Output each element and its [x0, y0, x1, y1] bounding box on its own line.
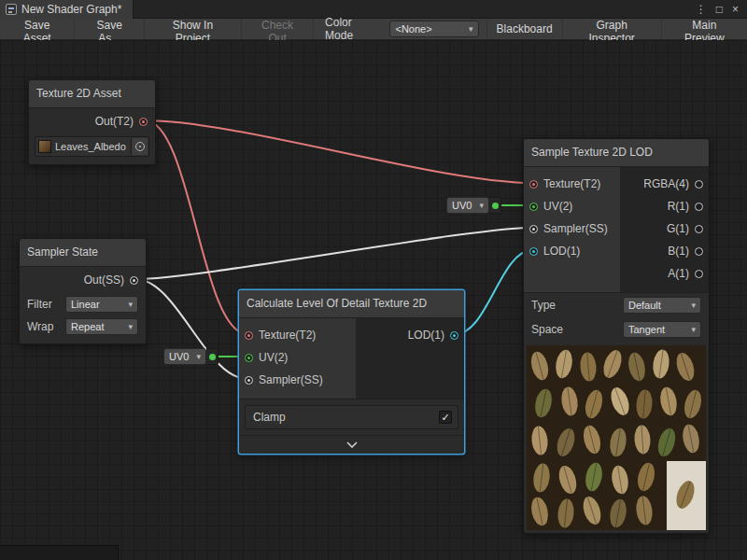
output-port-out-t2[interactable]: [139, 118, 148, 126]
node-calculate-lod-texture-2d[interactable]: Calculate Level Of Detail Texture 2D Tex…: [238, 289, 465, 455]
port-row: G(1): [620, 217, 709, 240]
wrap-row: Wrap Repeat ▾: [20, 315, 146, 338]
graph-inspector-toggle[interactable]: Graph Inspector: [562, 19, 661, 39]
input-port-sampler[interactable]: [245, 376, 253, 385]
clamp-label: Clamp: [253, 411, 286, 424]
port-row: R(1): [620, 195, 709, 217]
type-value: Default: [628, 300, 661, 311]
wrap-dropdown[interactable]: Repeat ▾: [65, 318, 138, 335]
port-label: Out(SS): [84, 273, 124, 287]
input-port-sampler[interactable]: [529, 225, 538, 233]
uv-port-dot-icon: [209, 354, 216, 360]
port-label: A(1): [668, 267, 689, 280]
port-row: UV(2): [524, 195, 620, 217]
port-row: Out(SS): [20, 267, 146, 293]
color-mode-dropdown[interactable]: <None> ▾: [389, 21, 478, 37]
uv-slot-dropdown-calc[interactable]: UV0 ▾: [163, 348, 218, 365]
port-label: Out(T2): [95, 115, 134, 128]
chevron-down-icon: ▾: [691, 325, 696, 334]
graph-canvas[interactable]: Texture 2D Asset Out(T2) Leaves_Albedo S…: [0, 40, 747, 560]
output-ports: LOD(1): [356, 318, 464, 399]
input-port-lod[interactable]: [529, 247, 538, 256]
node-title[interactable]: Calculate Level Of Detail Texture 2D: [239, 290, 464, 318]
chevron-down-icon: ▾: [469, 24, 473, 34]
filter-row: Filter Linear ▾: [20, 293, 146, 315]
port-label: G(1): [667, 222, 689, 235]
uv-slot-field[interactable]: UV0 ▾: [163, 348, 206, 365]
type-dropdown[interactable]: Default ▾: [623, 297, 701, 314]
output-port-b[interactable]: [695, 247, 703, 256]
edge-sampler-to-sample-lod[interactable]: [135, 228, 532, 279]
node-sampler-state[interactable]: Sampler State Out(SS) Filter Linear ▾ Wr…: [19, 238, 147, 344]
input-port-uv[interactable]: [245, 354, 253, 362]
node-title[interactable]: Sample Texture 2D LOD: [524, 139, 709, 167]
port-row: LOD(1): [524, 240, 620, 262]
shader-graph-icon: [6, 4, 17, 15]
port-row: UV(2): [239, 346, 356, 369]
port-label: Texture(T2): [543, 177, 600, 190]
port-label: LOD(1): [543, 245, 580, 258]
port-label: UV(2): [259, 351, 288, 364]
clamp-field: Clamp ✓: [245, 405, 458, 429]
output-port-out-ss[interactable]: [130, 276, 138, 285]
output-port-lod[interactable]: [450, 331, 458, 340]
output-port-g[interactable]: [695, 225, 703, 233]
filter-dropdown[interactable]: Linear ▾: [65, 296, 138, 313]
input-port-texture[interactable]: [529, 180, 538, 189]
chevron-down-icon: ▾: [128, 322, 133, 331]
space-dropdown[interactable]: Tangent ▾: [623, 321, 701, 338]
object-picker-button[interactable]: [131, 138, 148, 155]
type-label: Type: [531, 299, 556, 312]
uv-slot-field[interactable]: UV0 ▾: [446, 197, 489, 214]
port-label: R(1): [668, 200, 689, 213]
node-title[interactable]: Sampler State: [20, 239, 146, 267]
docked-window-edge: [0, 545, 119, 560]
input-ports: Texture(T2) UV(2) Sampler(SS) LOD(1): [524, 167, 620, 292]
space-row: Space Tangent ▾: [524, 317, 709, 342]
uv-slot-dropdown-sample[interactable]: UV0 ▾: [446, 197, 501, 214]
window-maximize-icon[interactable]: □: [712, 3, 727, 16]
show-in-project-button[interactable]: Show In Project: [145, 19, 242, 39]
uv-chip-port[interactable]: [206, 348, 218, 365]
edge-texture-to-sample-lod[interactable]: [145, 120, 532, 183]
output-port-r[interactable]: [695, 203, 703, 211]
node-texture-2d-asset[interactable]: Texture 2D Asset Out(T2) Leaves_Albedo: [28, 79, 156, 165]
color-mode-label: Color Mode: [314, 19, 389, 39]
save-asset-button[interactable]: Save Asset: [0, 19, 75, 39]
main-preview-toggle[interactable]: Main Preview: [661, 19, 747, 39]
port-row: A(1): [620, 262, 709, 285]
check-out-button: Check Out: [242, 19, 314, 39]
node-title[interactable]: Texture 2D Asset: [29, 80, 155, 108]
edge-lod-to-sample-lod[interactable]: [456, 250, 532, 334]
collapse-preview-button[interactable]: [239, 436, 464, 454]
save-as-button[interactable]: Save As...: [75, 19, 144, 39]
texture-object-field[interactable]: Leaves_Albedo: [35, 136, 149, 157]
port-label: LOD(1): [408, 329, 444, 342]
chevron-down-icon: ▾: [196, 352, 201, 361]
chevron-down-icon: [346, 441, 358, 448]
edge-texture-to-calc-lod[interactable]: [145, 120, 247, 334]
filter-label: Filter: [27, 298, 52, 311]
chevron-down-icon: ▾: [691, 301, 696, 310]
node-sample-texture-2d-lod[interactable]: Sample Texture 2D LOD Texture(T2) UV(2) …: [523, 138, 710, 534]
port-row: Out(T2): [29, 108, 155, 134]
blackboard-toggle[interactable]: Blackboard: [486, 19, 562, 39]
clamp-setting: Clamp ✓: [239, 399, 464, 436]
uv-chip-port[interactable]: [489, 197, 501, 214]
port-row: B(1): [620, 240, 709, 262]
texture-asset-name: Leaves_Albedo: [55, 141, 127, 152]
clamp-checkbox[interactable]: ✓: [439, 411, 452, 424]
output-port-rgba[interactable]: [695, 180, 703, 189]
window-menu-icon[interactable]: ⋮: [691, 3, 712, 16]
input-port-uv[interactable]: [529, 203, 538, 211]
window-close-icon[interactable]: ×: [727, 3, 743, 16]
input-port-texture[interactable]: [245, 331, 253, 340]
node-preview-image: [527, 345, 706, 530]
port-label: Sampler(SS): [543, 222, 608, 235]
space-label: Space: [531, 323, 563, 336]
type-row: Type Default ▾: [524, 293, 709, 317]
chevron-down-icon: ▾: [128, 300, 133, 309]
window-title: New Shader Graph*: [21, 3, 121, 16]
output-port-a[interactable]: [695, 270, 703, 278]
window-tab[interactable]: New Shader Graph*: [0, 0, 134, 19]
